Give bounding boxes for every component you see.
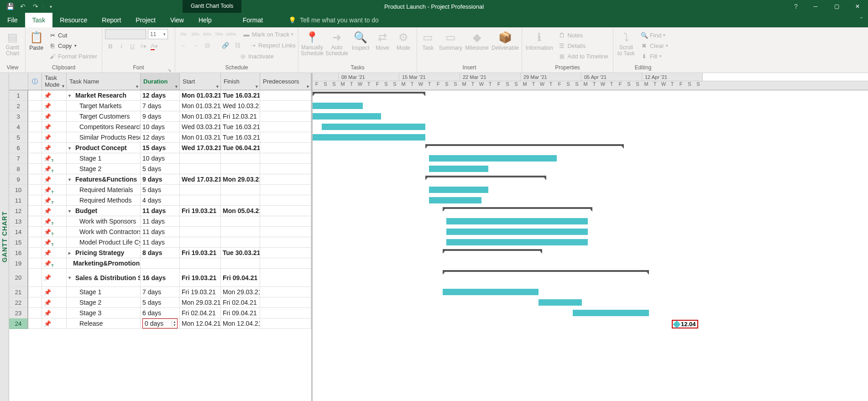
manually-schedule-button[interactable]: 📍Manually Schedule xyxy=(301,29,323,57)
task-name-cell[interactable]: Target Markets xyxy=(67,101,141,111)
indicator-cell[interactable] xyxy=(28,122,42,132)
finish-cell[interactable]: Wed 10.03.21 xyxy=(221,101,260,111)
duration-cell[interactable]: 11 days xyxy=(141,206,180,216)
chevron-down-icon[interactable]: ▼ xyxy=(215,84,220,89)
minimize-button[interactable]: ─ xyxy=(805,0,826,13)
col-indicator[interactable]: ⓘ xyxy=(28,73,42,90)
row-number[interactable]: 19 xyxy=(9,258,28,269)
finish-cell[interactable]: Fri 12.03.21 xyxy=(221,111,260,122)
duration-cell[interactable]: 6 days xyxy=(141,308,180,318)
start-cell[interactable]: Fri 02.04.21 xyxy=(180,308,221,318)
font-dialog-launcher[interactable]: ↘ xyxy=(167,68,171,73)
duration-cell[interactable]: 12 days xyxy=(141,90,180,101)
predecessors-cell[interactable] xyxy=(260,90,311,101)
task-mode-cell[interactable]: 📌 xyxy=(42,122,67,132)
milestone-button[interactable]: ◆Milestone xyxy=(465,29,489,51)
link-button[interactable]: 🔗 xyxy=(220,40,231,50)
insert-task-button[interactable]: ▭Task xyxy=(420,29,436,51)
task-mode-cell[interactable]: 📌 xyxy=(42,90,67,101)
duration-cell[interactable]: 4 days xyxy=(141,195,180,206)
col-predecessors[interactable]: Predecessors▼ xyxy=(260,73,311,90)
duration-cell[interactable]: 12 days xyxy=(141,132,180,143)
task-bar[interactable] xyxy=(313,103,363,109)
outline-toggle[interactable]: ▾ xyxy=(68,146,71,151)
italic-button[interactable]: I xyxy=(116,41,127,51)
inspect-button[interactable]: 🔍Inspect xyxy=(350,29,371,51)
finish-cell[interactable]: Fri 09.04.21 xyxy=(221,308,260,318)
pct100-button[interactable]: 100% xyxy=(225,29,236,39)
task-name-cell[interactable]: ▾Features&Functions xyxy=(67,174,141,185)
indicator-cell[interactable] xyxy=(28,237,42,248)
row-number[interactable]: 14 xyxy=(9,227,28,237)
outdent-button[interactable]: ← xyxy=(178,40,189,50)
task-name-cell[interactable]: Work with Contractors xyxy=(67,227,141,237)
row-number[interactable]: 24 xyxy=(9,318,28,329)
tab-file[interactable]: File xyxy=(0,13,25,27)
finish-cell[interactable] xyxy=(221,153,260,164)
row-number[interactable]: 13 xyxy=(9,216,28,227)
bold-button[interactable]: B xyxy=(105,41,116,51)
tab-format[interactable]: Format xyxy=(235,13,270,27)
finish-cell[interactable] xyxy=(221,195,260,206)
mode-button[interactable]: ⚙Mode xyxy=(394,29,413,51)
indicator-cell[interactable] xyxy=(28,227,42,237)
task-bar[interactable] xyxy=(313,134,425,141)
chevron-down-icon[interactable]: ▼ xyxy=(306,84,310,89)
duration-editor[interactable]: 0 days▲▼ xyxy=(142,318,178,328)
summary-bar[interactable] xyxy=(425,144,624,148)
duration-cell[interactable]: 7 days xyxy=(141,101,180,111)
chevron-down-icon[interactable]: ▼ xyxy=(135,84,139,89)
save-icon[interactable]: 💾 xyxy=(4,1,16,12)
move-button[interactable]: ⇄Move xyxy=(373,29,392,51)
finish-cell[interactable] xyxy=(221,227,260,237)
start-cell[interactable]: Wed 03.03.21 xyxy=(180,122,221,132)
outline-toggle[interactable]: ▾ xyxy=(68,93,71,98)
task-mode-cell[interactable]: 📌 xyxy=(42,287,67,297)
row-number[interactable]: 9 xyxy=(9,174,28,185)
outline-toggle[interactable]: ▾ xyxy=(68,275,71,280)
start-cell[interactable]: Mon 29.03.21 xyxy=(180,297,221,308)
start-cell[interactable]: Fri 19.03.21 xyxy=(180,248,221,258)
task-name-cell[interactable]: Model Product Life Cy xyxy=(67,237,141,248)
task-name-cell[interactable]: Required Materials xyxy=(67,185,141,195)
indicator-cell[interactable] xyxy=(28,153,42,164)
predecessors-cell[interactable] xyxy=(260,216,311,227)
indicator-cell[interactable] xyxy=(28,258,42,269)
indicator-cell[interactable] xyxy=(28,185,42,195)
row-number[interactable]: 4 xyxy=(9,122,28,132)
task-mode-cell[interactable]: 📌 xyxy=(42,185,67,195)
predecessors-cell[interactable] xyxy=(260,101,311,111)
duration-cell[interactable]: 11 days xyxy=(141,227,180,237)
duration-cell[interactable]: 9 days xyxy=(141,174,180,185)
duration-cell[interactable]: 11 days xyxy=(141,216,180,227)
scroll-to-task-button[interactable]: ⤵Scroll to Task xyxy=(616,29,636,57)
predecessors-cell[interactable] xyxy=(260,132,311,143)
auto-schedule-button[interactable]: ➜Auto Schedule xyxy=(326,29,348,57)
find-button[interactable]: 🔍Find▾ xyxy=(639,30,670,40)
task-mode-cell[interactable]: 📌 xyxy=(42,258,67,269)
predecessors-cell[interactable] xyxy=(260,237,311,248)
task-bar[interactable] xyxy=(313,113,381,120)
task-bar[interactable] xyxy=(446,218,588,224)
spinner[interactable]: ▲▼ xyxy=(172,320,176,327)
task-name-cell[interactable]: Similar Products Resea xyxy=(67,132,141,143)
pct0-button[interactable]: 0% xyxy=(178,29,189,39)
start-cell[interactable]: Mon 12.04.21 xyxy=(180,318,221,329)
predecessors-cell[interactable] xyxy=(260,318,311,329)
task-mode-cell[interactable]: 📌 xyxy=(42,111,67,122)
task-bar[interactable] xyxy=(539,299,582,306)
col-task-name[interactable]: Task Name▼ xyxy=(67,73,141,90)
task-mode-cell[interactable]: 📌 xyxy=(42,237,67,248)
predecessors-cell[interactable] xyxy=(260,248,311,258)
tab-report[interactable]: Report xyxy=(94,13,128,27)
task-mode-cell[interactable]: 📌 xyxy=(42,132,67,143)
row-number[interactable]: 16 xyxy=(9,248,28,258)
finish-cell[interactable] xyxy=(221,216,260,227)
tab-resource[interactable]: Resource xyxy=(52,13,94,27)
qat-customize-icon[interactable]: ▾ xyxy=(44,1,57,12)
row-number[interactable]: 12 xyxy=(9,206,28,216)
tab-view[interactable]: View xyxy=(163,13,191,27)
indicator-cell[interactable] xyxy=(28,101,42,111)
task-name-cell[interactable]: Stage 3 xyxy=(67,308,141,318)
task-bar[interactable] xyxy=(322,124,425,130)
